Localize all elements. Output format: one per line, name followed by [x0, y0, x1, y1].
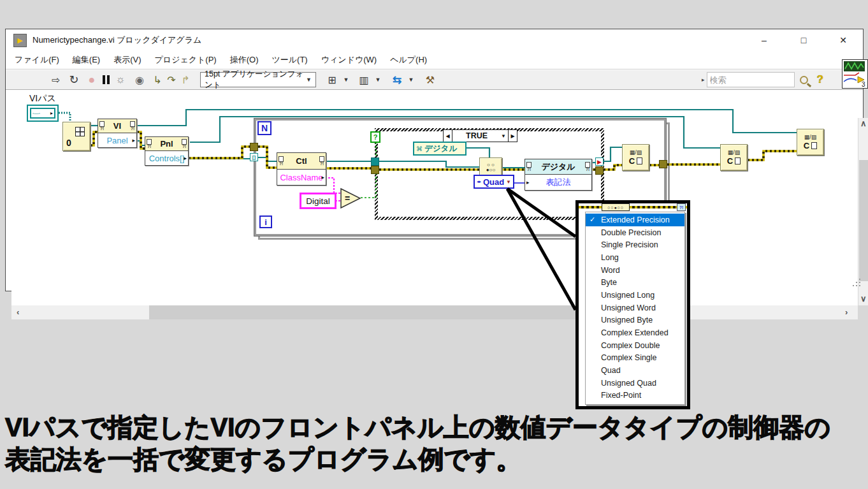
refnum-corner-icon: ?!	[319, 156, 324, 166]
output-arrow-icon: ▸	[132, 137, 135, 143]
class-specifier-constant[interactable]: ⌘ デジタル	[413, 142, 467, 156]
case-error-tunnel-out[interactable]	[595, 166, 604, 175]
case-dropdown-icon[interactable]: ▼	[501, 133, 506, 139]
scroll-down-icon[interactable]: ∨	[860, 294, 867, 303]
align-caret-icon[interactable]: ▼	[339, 71, 353, 88]
highlight-execution-icon[interactable]: ☼	[113, 71, 127, 88]
help-icon[interactable]: ?	[817, 73, 823, 86]
resize-grip[interactable]	[853, 279, 862, 288]
menu-item[interactable]: Unsigned Word	[586, 302, 684, 314]
menu-item[interactable]: Long	[586, 251, 684, 264]
refnum-tunnel-out[interactable]: ▶	[595, 157, 604, 166]
vertical-scroll-thumb[interactable]	[859, 160, 868, 281]
output-arrow-icon: ▸	[184, 155, 187, 161]
maximize-button[interactable]: □	[784, 29, 823, 51]
previous-case-icon[interactable]: ◀	[444, 130, 452, 142]
open-vi-object-reference-node[interactable]: 0	[62, 122, 90, 151]
case-selector-label[interactable]: ◀ TRUE ▼ ▶	[443, 129, 517, 142]
menu-item[interactable]: ✓Extended Precision	[586, 214, 684, 226]
retain-wire-values-icon[interactable]: ◉	[133, 71, 147, 88]
search-scope-icon[interactable]: ▸	[702, 77, 705, 83]
toolbar: ⇨ ↻ ● ☼ ◉ ↳ ↷ ↱ 15pt アプリケーションフォント ▼ ⊞ ▼ …	[6, 70, 863, 90]
scroll-up-icon[interactable]: ∧	[860, 119, 867, 128]
horizontal-scroll-thumb[interactable]	[149, 305, 577, 319]
reorder-icon[interactable]: ⇆	[390, 71, 404, 88]
distribute-objects-icon[interactable]: ▥	[357, 71, 371, 88]
caption-line-2: 表記法を一括で変更するプログラム例です。	[5, 443, 867, 475]
property-node-digital[interactable]: ?! デジタル ?! ▸ 表記法	[524, 159, 592, 191]
pause-icon[interactable]	[103, 71, 110, 88]
caption-text: VIパスで指定したVIのフロントパネル上の数値データタイプの制御器の 表記法を一…	[5, 411, 867, 475]
property-node-ctl[interactable]: ?! Ctl ?! ClassName ▸	[277, 152, 326, 186]
enum-dropdown-icon[interactable]: ▼	[506, 179, 511, 185]
close-button[interactable]: ✕	[823, 29, 863, 51]
minimize-button[interactable]: –	[744, 29, 784, 51]
menu-item[interactable]: Fixed-Point	[586, 390, 684, 402]
menu-item[interactable]: Complex Double	[586, 339, 684, 352]
menu-item[interactable]: Single Precision	[586, 238, 684, 251]
vi-path-control[interactable]: ▫—▫ ▸	[27, 105, 59, 122]
refnum-tunnel-in[interactable]	[371, 157, 379, 166]
distribute-caret-icon[interactable]: ▼	[371, 71, 385, 88]
property-controls[interactable]: Controls[] ▸	[145, 151, 188, 165]
page-icon	[637, 157, 642, 164]
menu-window[interactable]: ウィンドウ(W)	[321, 54, 377, 66]
menu-help[interactable]: ヘルプ(H)	[390, 54, 427, 66]
menu-item[interactable]: Quad	[586, 364, 684, 377]
menu-file[interactable]: ファイル(F)	[15, 54, 59, 66]
step-into-icon[interactable]: ↳	[150, 71, 164, 88]
search-icon[interactable]	[800, 76, 808, 84]
refnum-corner-icon: ?!	[182, 139, 187, 149]
equal-node[interactable]: =	[340, 187, 363, 212]
menu-item[interactable]: Complex Extended	[586, 326, 684, 339]
horizontal-scrollbar[interactable]: ‹ ›	[11, 305, 858, 319]
scroll-right-icon[interactable]: ›	[845, 307, 848, 317]
vi-icon-badge[interactable]: 3	[842, 59, 868, 89]
menu-item[interactable]: Unsigned Quad	[586, 377, 684, 390]
case-error-tunnel-in[interactable]	[371, 166, 379, 174]
caption-line-1: VIパスで指定したVIのフロントパネル上の数値データタイプの制御器の	[5, 411, 867, 443]
close-reference-node[interactable]: ▦/▨ C	[622, 144, 649, 171]
scroll-left-icon[interactable]: ‹	[17, 307, 19, 317]
menu-view[interactable]: 表示(V)	[113, 54, 141, 66]
font-selector[interactable]: 15pt アプリケーションフォント ▼	[200, 72, 316, 87]
menu-operate[interactable]: 操作(O)	[230, 54, 259, 66]
vertical-scrollbar[interactable]: ∧ ∨	[858, 118, 868, 305]
enum-constant-quad[interactable]: ◂▸ Quad ▼	[474, 175, 514, 189]
next-case-icon[interactable]: ▶	[508, 130, 517, 142]
property-node-pnl[interactable]: ?! Pnl ?! Controls[] ▸	[145, 136, 189, 166]
menu-tools[interactable]: ツール(T)	[271, 54, 307, 66]
run-icon[interactable]: ⇨	[49, 71, 63, 88]
page-icon	[735, 157, 741, 164]
property-node-vi[interactable]: ?! VI ?! Panel ▸	[98, 119, 137, 148]
menu-item[interactable]: Unsigned Byte	[586, 314, 684, 327]
step-over-icon[interactable]: ↷	[164, 71, 178, 88]
menu-item[interactable]: Double Precision	[586, 226, 684, 239]
align-objects-icon[interactable]: ⊞	[325, 71, 339, 88]
menu-item[interactable]: Byte	[586, 276, 684, 289]
string-constant-digital[interactable]: Digital	[300, 193, 336, 209]
error-tunnel-out[interactable]	[659, 160, 667, 168]
close-reference-node[interactable]: ▦/▨ C	[797, 129, 824, 156]
menu-item[interactable]: Unsigned Long	[586, 289, 684, 302]
reorder-caret-icon[interactable]: ▼	[404, 71, 418, 88]
step-out-icon[interactable]: ↱	[178, 71, 192, 88]
property-display-format[interactable]: ▸ 表記法	[525, 175, 591, 190]
error-tunnel-in[interactable]	[250, 143, 258, 151]
property-classname[interactable]: ClassName ▸	[277, 170, 326, 185]
abort-icon[interactable]: ●	[85, 71, 99, 88]
loop-count-terminal[interactable]: N	[257, 121, 271, 135]
case-selector-terminal[interactable]: ?	[370, 131, 380, 143]
cleanup-diagram-icon[interactable]: ⚒	[423, 71, 437, 88]
auto-index-tunnel[interactable]: []	[250, 153, 258, 161]
property-panel[interactable]: Panel ▸	[98, 133, 136, 147]
search-input[interactable]	[707, 72, 795, 87]
refnum-corner-icon: ?!	[130, 121, 135, 131]
menu-project[interactable]: プロジェクト(P)	[155, 54, 217, 66]
menu-item[interactable]: Word	[586, 264, 684, 277]
close-reference-node[interactable]: ▦/▨ C	[720, 144, 748, 171]
menu-item[interactable]: Complex Single	[586, 352, 684, 365]
menu-edit[interactable]: 編集(E)	[73, 54, 100, 66]
run-continuous-icon[interactable]: ↻	[67, 71, 81, 88]
loop-iteration-terminal[interactable]: i	[259, 215, 272, 228]
